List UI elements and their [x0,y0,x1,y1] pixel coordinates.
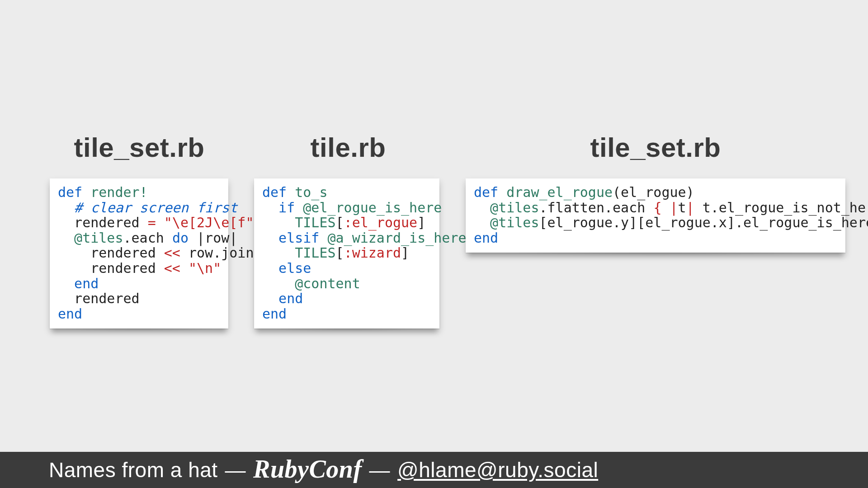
card-title-1: tile_set.rb [49,132,230,163]
code-block-1: def render! # clear screen first rendere… [58,185,220,321]
footer-talk-title: Names from a hat [49,458,218,482]
slide: tile_set.rb tile.rb tile_set.rb def rend… [0,0,868,488]
code-card-1: def render! # clear screen first rendere… [50,178,228,328]
card-title-3: tile_set.rb [466,132,845,163]
footer-bar: Names from a hat — RubyConf — @hlame@rub… [0,452,868,488]
code-card-2: def to_s if @el_rogue_is_here TILES[:el_… [254,178,439,328]
code-card-3: def draw_el_rogue(el_rogue) @tiles.flatt… [466,178,845,253]
code-block-2: def to_s if @el_rogue_is_here TILES[:el_… [262,185,431,321]
footer-handle[interactable]: @hlame@ruby.social [397,458,598,482]
card-title-2: tile.rb [253,132,443,163]
footer-dash-1: — [225,458,246,482]
code-block-3: def draw_el_rogue(el_rogue) @tiles.flatt… [474,185,837,245]
rubyconf-logo: RubyConf [253,455,362,483]
footer-dash-2: — [369,458,391,482]
